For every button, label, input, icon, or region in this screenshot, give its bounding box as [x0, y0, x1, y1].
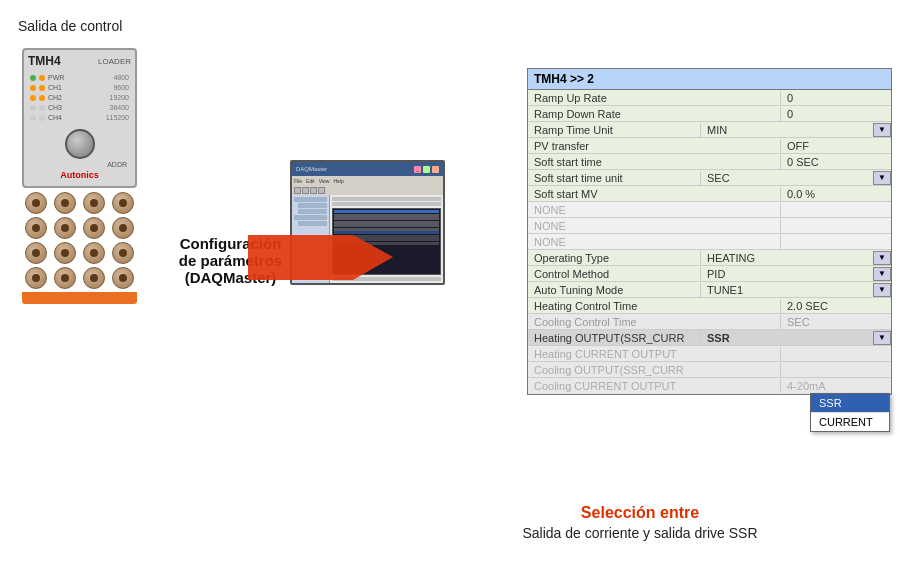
param-row-pvtransfer: PV transfer OFF: [528, 138, 891, 154]
param-row-none1: NONE: [528, 202, 891, 218]
param-row-none2: NONE: [528, 218, 891, 234]
param-row-optype: Operating Type HEATING ▼: [528, 250, 891, 266]
dial: [65, 129, 95, 159]
param-row-none3: NONE: [528, 234, 891, 250]
led-row-ch4: CH4 115200: [30, 114, 129, 121]
led-row-ch1: CH1 9600: [30, 84, 129, 91]
param-row-rampunit: Ramp Time Unit MIN ▼: [528, 122, 891, 138]
param-row-coolingctrl: Cooling Control Time SEC: [528, 314, 891, 330]
device-tmh4: TMH4 LOADER PWR 4800 CH1 9600 CH2 192: [22, 48, 137, 304]
led-row-pwr: PWR 4800: [30, 74, 129, 81]
dropdown-option-ssr[interactable]: SSR: [811, 394, 889, 413]
param-row-autotuning: Auto Tuning Mode TUNE1 ▼: [528, 282, 891, 298]
dropdown-popup[interactable]: SSR CURRENT: [810, 393, 890, 432]
loader-label: LOADER: [98, 57, 131, 66]
device-name: TMH4: [28, 54, 61, 68]
svg-marker-0: [248, 235, 393, 280]
param-row-heatingctrl: Heating Control Time 2.0 SEC: [528, 298, 891, 314]
brand-label: Autonics: [28, 170, 131, 180]
param-row-controlmethod: Control Method PID ▼: [528, 266, 891, 282]
param-row-coolingcurrent: Cooling CURRENT OUTPUT 4-20mA: [528, 378, 891, 394]
param-row-coolingoutput: Cooling OUTPUT(SSR_CURR: [528, 362, 891, 378]
param-row-heatingcurrent: Heating CURRENT OUTPUT: [528, 346, 891, 362]
salida-label: Salida de control: [18, 18, 122, 34]
seleccion-sub: Salida de corriente y salida drive SSR: [390, 525, 890, 541]
param-row-rampdown: Ramp Down Rate 0: [528, 106, 891, 122]
param-row-heatingoutput[interactable]: Heating OUTPUT(SSR_CURR SSR ▼: [528, 330, 891, 346]
param-row-softstartunit: Soft start time unit SEC ▼: [528, 170, 891, 186]
param-row-softstartmv: Soft start MV 0.0 %: [528, 186, 891, 202]
led-row-ch3: CH3 38400: [30, 104, 129, 111]
param-panel: TMH4 >> 2 Ramp Up Rate 0 Ramp Down Rate …: [527, 68, 892, 395]
param-row-rampup: Ramp Up Rate 0: [528, 90, 891, 106]
arrow-right: [248, 215, 393, 303]
seleccion-title: Selección entre: [390, 504, 890, 522]
bottom-section: Selección entre Salida de corriente y sa…: [390, 504, 890, 541]
terminal-blocks: [22, 192, 137, 304]
led-row-ch2: CH2 19200: [30, 94, 129, 101]
param-row-softstarttime: Soft start time 0 SEC: [528, 154, 891, 170]
panel-title: TMH4 >> 2: [528, 69, 891, 90]
dropdown-option-current[interactable]: CURRENT: [811, 413, 889, 431]
